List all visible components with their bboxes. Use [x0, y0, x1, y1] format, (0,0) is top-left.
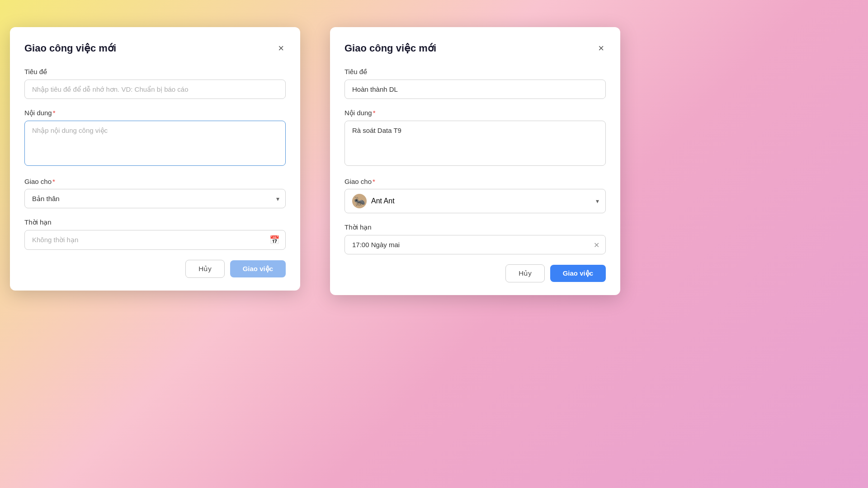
- dialog-left-thoi-han-label: Thời hạn: [24, 218, 286, 226]
- dialog-right-actions: Hủy Giao việc: [344, 264, 606, 282]
- dialog-left-tieu-de-group: Tiêu đề: [24, 68, 286, 99]
- dialog-right: Giao công việc mới × Tiêu đề Nội dung* R…: [330, 27, 620, 295]
- dialog-left-actions: Hủy Giao việc: [24, 260, 286, 278]
- dialog-right-giao-cho-label: Giao cho*: [344, 178, 606, 185]
- dialog-right-close-button[interactable]: ×: [596, 42, 606, 55]
- dialog-left-giao-cho-select[interactable]: Bản thân Ant Ant: [24, 189, 286, 208]
- dialog-right-thoi-han-group: Thời hạn 17:00 Ngày mai ✕: [344, 223, 606, 254]
- dialog-right-submit-button[interactable]: Giao việc: [550, 265, 606, 282]
- required-star-right: *: [373, 109, 376, 117]
- dialog-left-tieu-de-label: Tiêu đề: [24, 68, 286, 76]
- dialog-left-title: Giao công việc mới: [24, 42, 116, 54]
- dialog-left: Giao công việc mới × Tiêu đề Nội dung* G…: [10, 27, 300, 291]
- dialog-left-deadline-input[interactable]: Không thời hạn: [24, 230, 286, 250]
- dialog-left-thoi-han-group: Thời hạn Không thời hạn 📅: [24, 218, 286, 250]
- required-star-giao-right: *: [373, 178, 375, 185]
- avatar: 🐜: [352, 194, 367, 208]
- dialog-left-submit-button[interactable]: Giao việc: [230, 260, 286, 277]
- dialog-left-cancel-button[interactable]: Hủy: [185, 260, 224, 278]
- dialog-right-tieu-de-label: Tiêu đề: [344, 68, 606, 76]
- dialog-right-deadline-input[interactable]: 17:00 Ngày mai: [344, 235, 606, 254]
- close-icon[interactable]: ✕: [594, 240, 599, 249]
- dialog-right-tieu-de-input[interactable]: [344, 80, 606, 99]
- dialog-right-noi-dung-label: Nội dung*: [344, 109, 606, 117]
- dialog-right-noi-dung-textarea[interactable]: Rà soát Data T9: [344, 121, 606, 166]
- dialog-left-noi-dung-textarea[interactable]: [24, 121, 286, 166]
- dialog-left-tieu-de-input[interactable]: [24, 80, 286, 99]
- dialog-right-cancel-button[interactable]: Hủy: [505, 264, 544, 282]
- dialog-left-giao-cho-group: Giao cho* Bản thân Ant Ant ▾: [24, 178, 286, 208]
- required-star-giao: *: [52, 178, 55, 185]
- dialog-right-deadline-wrapper: 17:00 Ngày mai ✕: [344, 235, 606, 254]
- selected-assignee-name: Ant Ant: [371, 197, 395, 205]
- dialog-right-title: Giao công việc mới: [344, 42, 436, 54]
- required-star: *: [53, 109, 56, 117]
- dialog-right-giao-cho-group: Giao cho* 🐜 Ant Ant ▾: [344, 178, 606, 213]
- dialog-right-thoi-han-label: Thời hạn: [344, 223, 606, 231]
- dialog-right-noi-dung-group: Nội dung* Rà soát Data T9: [344, 109, 606, 168]
- dialog-left-header: Giao công việc mới ×: [24, 42, 286, 55]
- dialog-left-close-button[interactable]: ×: [276, 42, 286, 55]
- dialog-right-tieu-de-group: Tiêu đề: [344, 68, 606, 99]
- dialog-right-giao-cho-select[interactable]: 🐜 Ant Ant ▾: [344, 189, 606, 213]
- dialog-left-noi-dung-label: Nội dung*: [24, 109, 286, 117]
- chevron-down-icon: ▾: [596, 197, 599, 205]
- dialog-right-header: Giao công việc mới ×: [344, 42, 606, 55]
- dialog-left-deadline-wrapper: Không thời hạn 📅: [24, 230, 286, 250]
- dialog-left-giao-cho-select-wrapper: Bản thân Ant Ant ▾: [24, 189, 286, 208]
- dialog-left-noi-dung-group: Nội dung*: [24, 109, 286, 168]
- dialog-left-giao-cho-label: Giao cho*: [24, 178, 286, 185]
